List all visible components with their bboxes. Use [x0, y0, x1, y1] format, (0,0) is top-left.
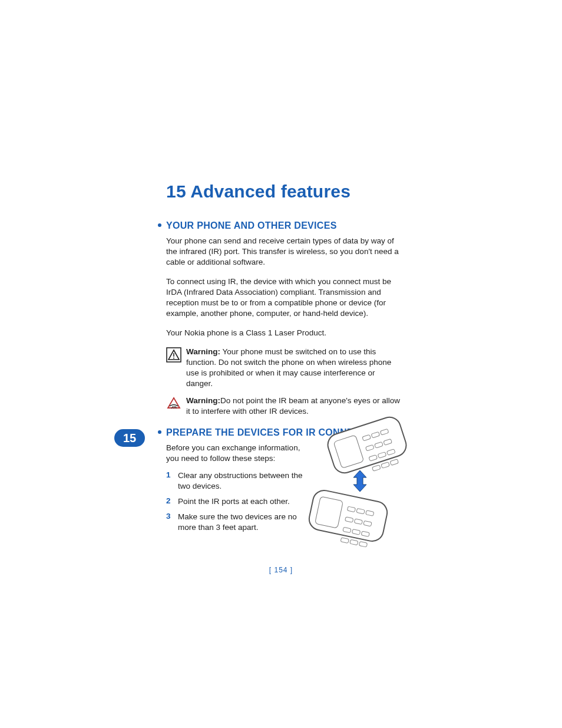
step-number: 1: [166, 470, 178, 492]
bullet-icon: [158, 223, 161, 227]
phone-top-icon: [324, 414, 409, 477]
paragraph: To connect using IR, the device with whi…: [166, 276, 402, 319]
section-heading-devices: YOUR PHONE AND OTHER DEVICES: [158, 220, 562, 231]
warning-ir-eye-icon: [166, 396, 186, 417]
warning-block: Warning:Do not point the IR beam at anyo…: [166, 396, 403, 417]
chapter-title-text: Advanced features: [190, 182, 351, 201]
step-item: 3 Make sure the two devices are no more …: [166, 512, 308, 533]
warning-text: Warning: Your phone must be switched on …: [186, 347, 403, 390]
step-text: Point the IR ports at each other.: [178, 496, 308, 507]
paragraph: Your Nokia phone is a Class 1 Laser Prod…: [166, 328, 402, 338]
steps-intro: Before you can exchange information, you…: [166, 443, 302, 464]
step-text: Make sure the two devices are no more th…: [178, 512, 308, 533]
step-number: 2: [166, 496, 178, 507]
warning-text: Warning:Do not point the IR beam at anyo…: [186, 396, 403, 417]
step-item: 1 Clear any obstructions between the two…: [166, 470, 308, 492]
step-text: Clear any obstructions between the two d…: [178, 470, 308, 492]
warning-triangle-boxed-icon: [166, 347, 186, 390]
chapter-title: 15 Advanced features: [166, 182, 562, 202]
page-content: 15 Advanced features YOUR PHONE AND OTHE…: [0, 182, 562, 538]
svg-point-2: [173, 357, 174, 358]
step-number: 3: [166, 512, 178, 533]
phone-bottom-icon: [306, 487, 390, 543]
step-item: 2 Point the IR ports at each other.: [166, 496, 308, 507]
chapter-number: 15: [166, 182, 186, 201]
paragraph: Your phone can send and receive certain …: [166, 236, 402, 268]
page-tab-chapter-number: 15: [114, 429, 145, 447]
bullet-icon: [158, 430, 161, 434]
page-number: [ 154 ]: [0, 566, 562, 574]
warning-block: Warning: Your phone must be switched on …: [166, 347, 403, 390]
ir-connection-illustration: [306, 420, 412, 546]
ir-beam-arrow-icon: [351, 469, 369, 493]
